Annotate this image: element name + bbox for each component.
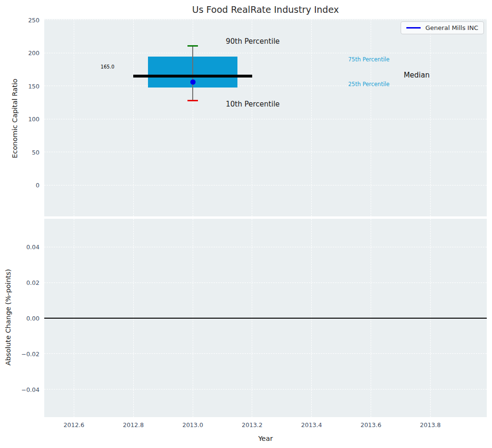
whisker-line xyxy=(192,46,193,101)
p10-label: 10th Percentile xyxy=(226,100,280,108)
y-gridline xyxy=(44,353,487,354)
y-tick-label: 150 xyxy=(28,82,39,89)
top-y-axis-label: Economic Capital Ratio xyxy=(11,78,19,158)
company-dot xyxy=(190,79,196,85)
y-tick-label: 0.00 xyxy=(26,315,39,322)
figure: Us Food RealRate Industry Index General … xyxy=(0,0,492,448)
legend: General Mills INC xyxy=(401,21,484,34)
x-axis-label: Year xyxy=(258,435,273,442)
p10-cap xyxy=(187,100,197,101)
y-gridline xyxy=(44,185,487,185)
y-tick-label: 0.04 xyxy=(26,243,39,251)
legend-line-sample xyxy=(406,27,421,29)
x-tick-label: 2013.8 xyxy=(420,421,441,429)
x-gridline xyxy=(133,19,134,216)
median-line xyxy=(133,75,252,78)
y-tick-label: −0.02 xyxy=(21,350,39,357)
top-axes: General Mills INC 250200150100500165.090… xyxy=(44,19,487,216)
y-gridline xyxy=(44,119,487,119)
y-tick-label: −0.04 xyxy=(21,386,39,393)
x-gridline xyxy=(252,19,252,216)
x-gridline xyxy=(311,19,312,216)
x-tick-label: 2013.0 xyxy=(182,421,203,429)
y-gridline xyxy=(44,86,487,86)
y-gridline xyxy=(44,19,487,20)
bottom-axes: 2012.62012.82013.02013.22013.42013.62013… xyxy=(44,219,487,417)
y-tick-label: 200 xyxy=(28,49,39,57)
y-tick-label: 100 xyxy=(28,116,39,123)
x-tick-label: 2013.6 xyxy=(361,421,382,429)
y-gridline xyxy=(44,247,487,247)
chart-title: Us Food RealRate Industry Index xyxy=(192,4,339,15)
x-gridline xyxy=(74,19,74,216)
x-tick-label: 2012.6 xyxy=(64,421,85,429)
bottom-y-axis-label: Absolute Change (%-points) xyxy=(4,269,12,366)
p75-label: 75th Percentile xyxy=(348,56,390,63)
median-value-label: 165.0 xyxy=(101,64,115,69)
x-gridline xyxy=(371,19,371,216)
x-tick-label: 2013.4 xyxy=(301,421,322,429)
y-gridline xyxy=(44,389,487,390)
y-gridline xyxy=(44,53,487,53)
y-tick-label: 50 xyxy=(32,148,39,156)
median-label: Median xyxy=(403,71,430,79)
y-tick-label: 0.02 xyxy=(26,279,39,286)
p90-label: 90th Percentile xyxy=(226,37,280,46)
p90-cap xyxy=(187,45,197,47)
x-gridline xyxy=(430,19,431,216)
y-gridline xyxy=(44,282,487,283)
x-tick-label: 2012.8 xyxy=(123,421,144,429)
y-tick-label: 0 xyxy=(36,182,39,189)
x-tick-label: 2013.2 xyxy=(242,421,263,429)
zero-line xyxy=(44,318,487,319)
y-tick-label: 250 xyxy=(28,16,39,23)
legend-label: General Mills INC xyxy=(425,24,478,31)
y-gridline xyxy=(44,152,487,152)
p25-label: 25th Percentile xyxy=(348,81,390,88)
